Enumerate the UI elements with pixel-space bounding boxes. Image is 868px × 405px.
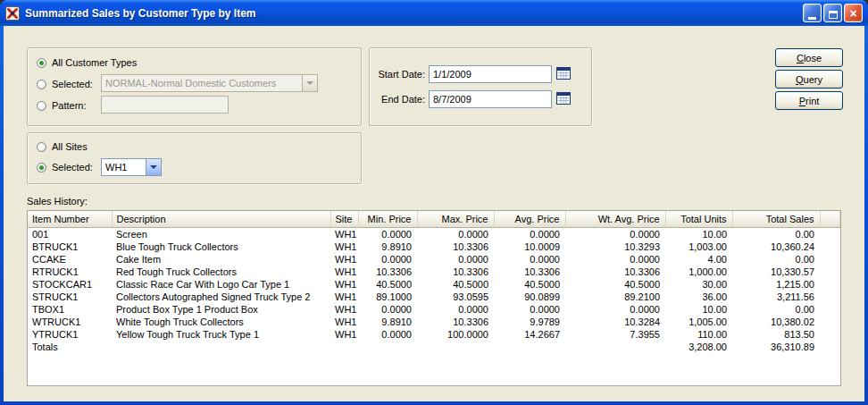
sites-group: All Sites Selected: WH1 <box>27 132 362 184</box>
cell-total-units: 1,000.00 <box>665 266 732 278</box>
cell-item-number: WTRUCK1 <box>28 316 112 328</box>
cell-site: WH1 <box>330 278 358 291</box>
maximize-button[interactable] <box>823 4 842 22</box>
close-button[interactable]: Close <box>775 48 843 67</box>
cell-filler <box>820 328 840 341</box>
cell-avg-price: 14.2667 <box>494 328 565 341</box>
cell-description: Classic Race Car With Logo Car Type 1 <box>112 278 330 291</box>
end-date-calendar-button[interactable] <box>555 90 572 108</box>
calendar-icon <box>555 90 572 106</box>
start-date-calendar-button[interactable] <box>555 65 572 83</box>
radio-icon <box>37 101 46 111</box>
print-button[interactable]: Print <box>775 91 843 110</box>
cell-avg-price: 0.0000 <box>494 303 565 316</box>
window-controls: × <box>803 4 863 22</box>
cell-filler <box>820 266 840 278</box>
titlebar[interactable]: Summarized Sales by Customer Type by Ite… <box>0 0 868 26</box>
cell-wt-avg-price <box>565 341 665 353</box>
table-row[interactable]: 001ScreenWH10.00000.00000.00000.000010.0… <box>28 227 840 240</box>
table-row[interactable]: STOCKCAR1Classic Race Car With Logo Car … <box>28 278 840 291</box>
column-header-item-number[interactable]: Item Number <box>28 211 112 227</box>
query-button[interactable]: Query <box>775 70 843 89</box>
table-row[interactable]: Totals3,208.0036,310.89 <box>28 341 840 353</box>
table-header-row: Item NumberDescriptionSiteMin. PriceMax.… <box>28 211 840 227</box>
cell-total-units: 30.00 <box>665 278 732 291</box>
start-date-label: Start Date: <box>375 68 425 80</box>
cell-wt-avg-price: 0.0000 <box>565 303 665 316</box>
cell-max-price: 40.5000 <box>417 278 494 291</box>
sales-history-label: Sales History: <box>27 195 88 207</box>
table-row[interactable]: TBOX1Product Box Type 1 Product BoxWH10.… <box>28 303 840 316</box>
radio-all-sites[interactable]: All Sites <box>37 140 88 153</box>
cell-total-sales: 1,215.00 <box>732 278 820 291</box>
cell-wt-avg-price: 10.3284 <box>565 316 665 328</box>
sales-history-table: Item NumberDescriptionSiteMin. PriceMax.… <box>27 210 841 386</box>
cell-filler <box>820 341 840 353</box>
column-header-site[interactable]: Site <box>330 211 358 227</box>
cell-avg-price: 40.5000 <box>494 278 565 291</box>
cell-max-price: 10.3306 <box>417 316 494 328</box>
minimize-button[interactable] <box>803 4 822 22</box>
table-row[interactable]: STRUCK1Collectors Autographed Signed Tru… <box>28 291 840 303</box>
radio-label: All Sites <box>52 141 88 152</box>
column-header-max-price[interactable]: Max. Price <box>417 211 494 227</box>
radio-pattern[interactable]: Pattern: <box>37 99 87 112</box>
minimize-icon <box>808 17 816 20</box>
column-header-wt-avg-price[interactable]: Wt. Avg. Price <box>565 211 665 227</box>
cell-min-price: 9.8910 <box>358 316 417 328</box>
cell-min-price <box>358 341 417 353</box>
cell-site: WH1 <box>330 328 358 341</box>
site-select[interactable]: WH1 <box>101 158 162 176</box>
cell-site: WH1 <box>330 291 358 303</box>
start-date-input[interactable] <box>429 65 552 83</box>
column-header-min-price[interactable]: Min. Price <box>358 211 417 227</box>
cell-description: Screen <box>112 227 330 240</box>
table-row[interactable]: BTRUCK1Blue Tough Truck CollectorsWH19.8… <box>28 240 840 253</box>
cell-item-number: STOCKCAR1 <box>28 278 112 291</box>
cell-filler <box>820 303 840 316</box>
cell-avg-price: 0.0000 <box>494 253 565 266</box>
radio-all-customer-types[interactable]: All Customer Types <box>37 56 137 69</box>
customer-type-select: NORMAL-Normal Domestic Customers <box>101 74 318 92</box>
cell-wt-avg-price: 40.5000 <box>565 278 665 291</box>
table-row[interactable]: WTRUCK1White Tough Truck CollectorsWH19.… <box>28 316 840 328</box>
column-header-total-sales[interactable]: Total Sales <box>732 211 820 227</box>
chevron-down-icon <box>146 159 161 175</box>
radio-icon <box>37 80 46 89</box>
cell-wt-avg-price: 0.0000 <box>565 253 665 266</box>
table-row[interactable]: CCAKECake ItemWH10.00000.00000.00000.000… <box>28 253 840 266</box>
radio-selected-site[interactable]: Selected: <box>37 161 93 173</box>
cell-item-number: BTRUCK1 <box>28 240 112 253</box>
cell-min-price: 10.3306 <box>358 266 417 278</box>
pattern-input <box>101 96 229 114</box>
customer-type-select-value: NORMAL-Normal Domestic Customers <box>102 78 302 89</box>
cell-description: Blue Tough Truck Collectors <box>112 240 330 253</box>
table-row[interactable]: YTRUCK1Yellow Tough Truck Truck Type 1WH… <box>28 328 840 341</box>
cell-description: Red Tough Truck Collectors <box>112 266 330 278</box>
cell-filler <box>820 316 840 328</box>
cell-max-price: 93.0595 <box>417 291 494 303</box>
cell-total-units: 10.00 <box>665 303 732 316</box>
cell-min-price: 9.8910 <box>358 240 417 253</box>
radio-selected-customer-type[interactable]: Selected: <box>37 78 93 90</box>
column-header-total-units[interactable]: Total Units <box>665 211 732 227</box>
chevron-down-icon <box>302 75 317 91</box>
end-date-input[interactable] <box>429 90 552 108</box>
cell-avg-price: 10.0009 <box>494 240 565 253</box>
column-header-avg-price[interactable]: Avg. Price <box>494 211 565 227</box>
cell-filler <box>820 240 840 253</box>
cell-total-units: 1,003.00 <box>665 240 732 253</box>
cell-total-units: 36.00 <box>665 291 732 303</box>
column-header-description[interactable]: Description <box>112 211 330 227</box>
cell-filler <box>820 253 840 266</box>
table-row[interactable]: RTRUCK1Red Tough Truck CollectorsWH110.3… <box>28 266 840 278</box>
cell-wt-avg-price: 10.3306 <box>565 266 665 278</box>
close-icon: × <box>849 6 856 21</box>
calendar-icon <box>555 65 572 81</box>
close-window-button[interactable]: × <box>844 4 863 22</box>
customer-types-group: All Customer Types Selected: NORMAL-Norm… <box>27 47 362 126</box>
cell-site: WH1 <box>330 240 358 253</box>
cell-avg-price: 90.0899 <box>494 291 565 303</box>
cell-total-sales: 0.00 <box>732 303 820 316</box>
cell-max-price: 100.0000 <box>417 328 494 341</box>
